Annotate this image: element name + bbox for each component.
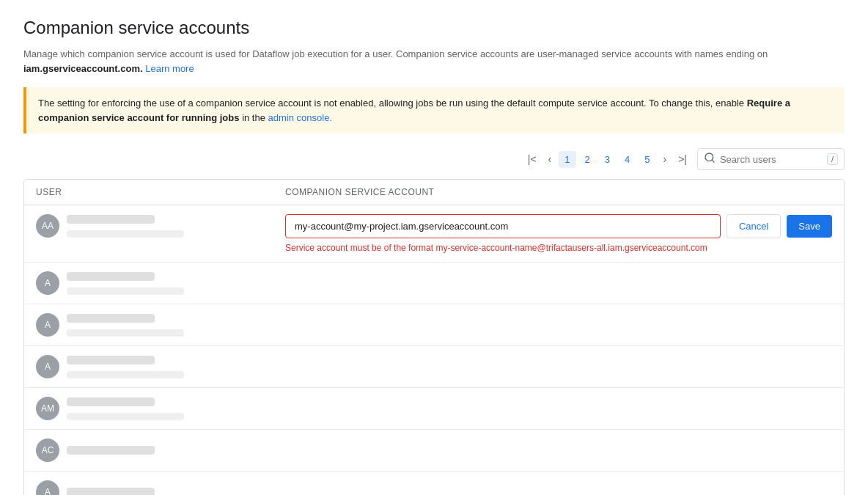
page-2-button[interactable]: 2 [579, 151, 596, 168]
user-info [67, 272, 184, 295]
user-name-placeholder [67, 314, 155, 323]
user-info [67, 488, 155, 495]
edit-field-wrapper: Cancel Save Service account must be of t… [285, 214, 832, 253]
user-cell: AA [36, 214, 285, 238]
table-row: AM [24, 388, 844, 430]
user-info [67, 356, 184, 378]
keyboard-shortcut-badge: / [827, 153, 838, 165]
companion-account-column-header: Companion service account [285, 187, 832, 197]
page-description: Manage which companion service account i… [23, 47, 845, 76]
search-icon [704, 152, 716, 166]
table-row: AC [24, 430, 844, 472]
user-name-placeholder [67, 272, 155, 281]
table-row: A [24, 472, 844, 495]
user-name-placeholder [67, 446, 155, 455]
avatar: AA [36, 214, 59, 238]
user-info [67, 215, 184, 238]
user-email-placeholder [67, 230, 184, 238]
error-message: Service account must be of the format my… [285, 243, 832, 253]
first-page-button[interactable]: |< [523, 150, 541, 168]
table-row: AA Cancel Save Service account must be o… [24, 205, 844, 263]
user-name-placeholder [67, 356, 155, 364]
search-box: / [697, 148, 845, 170]
service-account-input[interactable] [285, 214, 721, 238]
page-4-button[interactable]: 4 [619, 151, 636, 168]
avatar: A [36, 313, 59, 337]
user-info [67, 314, 184, 337]
user-cell: AM [36, 397, 285, 420]
user-email-placeholder [67, 329, 184, 337]
cancel-button[interactable]: Cancel [727, 214, 781, 238]
user-cell: A [36, 313, 285, 337]
toolbar: |< ‹ 1 2 3 4 5 › >| / [23, 148, 845, 170]
table-row: A [24, 263, 844, 304]
user-email-placeholder [67, 413, 184, 420]
last-page-button[interactable]: >| [674, 150, 691, 168]
prev-page-button[interactable]: ‹ [544, 150, 556, 168]
edit-row: Cancel Save [285, 214, 832, 238]
table-row: A [24, 304, 844, 346]
page-5-button[interactable]: 5 [639, 151, 655, 168]
user-email-placeholder [67, 287, 184, 295]
next-page-button[interactable]: › [658, 150, 671, 168]
user-email-placeholder [67, 371, 184, 378]
user-column-header: User [36, 187, 285, 197]
user-name-placeholder [67, 215, 155, 224]
warning-banner: The setting for enforcing the use of a c… [23, 87, 845, 133]
user-cell: A [36, 355, 285, 378]
user-info [67, 397, 184, 420]
search-input[interactable] [720, 154, 823, 165]
avatar: A [36, 355, 59, 378]
user-cell: A [36, 271, 285, 295]
avatar: A [36, 480, 59, 495]
user-name-placeholder [67, 488, 155, 495]
avatar: AC [36, 439, 59, 462]
user-cell: AC [36, 439, 285, 462]
admin-console-link[interactable]: admin console. [268, 112, 332, 123]
pagination: |< ‹ 1 2 3 4 5 › >| [523, 150, 691, 168]
table-row: A [24, 346, 844, 388]
user-name-placeholder [67, 397, 155, 406]
user-cell: A [36, 480, 285, 495]
table-header: User Companion service account [24, 180, 844, 205]
learn-more-link[interactable]: Learn more [145, 63, 194, 74]
avatar: A [36, 271, 59, 295]
avatar: AM [36, 397, 59, 420]
user-info [67, 446, 155, 455]
users-table: User Companion service account AA Cancel… [23, 179, 845, 495]
svg-line-1 [712, 160, 714, 162]
page-1-button[interactable]: 1 [559, 151, 575, 168]
page-title: Companion service accounts [23, 18, 845, 38]
page-3-button[interactable]: 3 [599, 151, 616, 168]
save-button[interactable]: Save [787, 215, 832, 238]
